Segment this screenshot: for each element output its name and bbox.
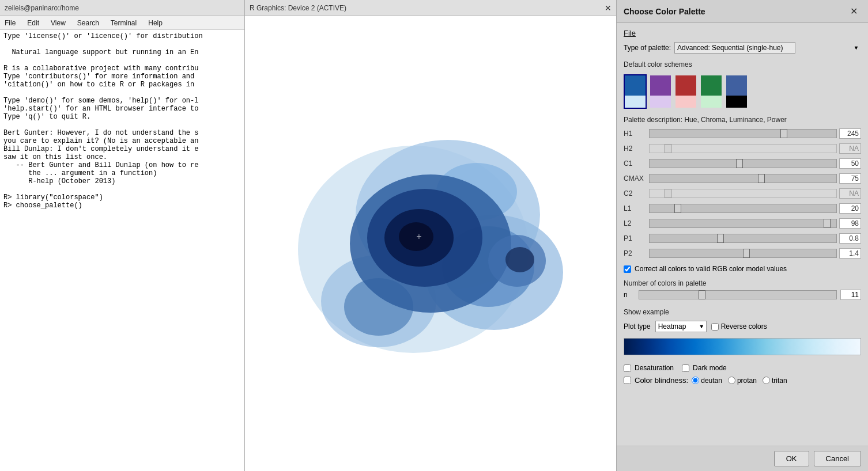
radio-deutan-input[interactable] — [692, 377, 699, 384]
color-blindness-radio-group: deutan protan tritan — [692, 377, 787, 385]
select-chevron-icon: ▼ — [854, 45, 859, 51]
slider-thumb-h1[interactable] — [780, 129, 787, 138]
slider-thumb-l1[interactable] — [674, 204, 681, 213]
terminal-content[interactable]: Type 'license()' or 'licence()' for dist… — [0, 30, 244, 471]
palette-close-button[interactable]: ✕ — [847, 5, 861, 18]
terminal-menubar: File Edit View Search Terminal Help — [0, 16, 244, 30]
slider-label-h2: H2 — [624, 145, 647, 153]
n-label: n — [624, 291, 635, 299]
correct-rgb-checkbox[interactable] — [624, 265, 631, 273]
plot-type-label: Plot type — [624, 322, 651, 331]
radio-protan: protan — [728, 377, 757, 385]
slider-thumb-c2 — [665, 189, 671, 198]
svg-point-14 — [505, 247, 534, 272]
graphics-content: + — [245, 16, 616, 471]
show-example-label: Show example — [624, 308, 861, 316]
slider-value-p2: 1.4 — [839, 248, 861, 259]
bottom-checks: Desaturation Dark mode Color blindness: … — [624, 362, 861, 385]
slider-value-c1: 50 — [839, 158, 861, 169]
slider-track-h1[interactable] — [649, 129, 837, 138]
graphics-close-button[interactable]: ✕ — [605, 3, 612, 13]
slider-value-l1: 20 — [839, 203, 861, 214]
palette-title: Choose Color Palette — [624, 7, 705, 16]
slider-row-c2: C2 NA — [624, 188, 861, 199]
menu-search[interactable]: Search — [75, 18, 101, 28]
slider-thumb-cmax[interactable] — [758, 174, 765, 183]
terminal-title: zeileis@paninaro:/home — [5, 4, 79, 12]
slider-label-l1: L1 — [624, 204, 647, 212]
menu-view[interactable]: View — [48, 18, 68, 28]
desaturation-checkbox[interactable] — [624, 364, 631, 372]
n-slider-thumb[interactable] — [699, 290, 705, 299]
slider-row-cmax: CMAX 75 — [624, 173, 861, 184]
slider-value-h2: NA — [839, 143, 861, 154]
swatch-green[interactable] — [700, 74, 723, 109]
slider-row-l1: L1 20 — [624, 203, 861, 214]
slider-row-h2: H2 NA — [624, 143, 861, 154]
slider-value-p1: 0.8 — [839, 233, 861, 244]
slider-label-h1: H1 — [624, 130, 647, 138]
menu-file[interactable]: File — [2, 18, 18, 28]
swatch-dark[interactable] — [725, 74, 748, 109]
file-menu-item[interactable]: File — [624, 28, 861, 39]
slider-thumb-p2[interactable] — [743, 249, 750, 258]
slider-track-p2[interactable] — [649, 249, 837, 258]
n-value-input[interactable] — [840, 290, 861, 300]
slider-value-cmax: 75 — [839, 173, 861, 184]
swatch-blue[interactable] — [624, 74, 647, 109]
palette-type-select[interactable]: Advanced: Sequential (single-hue) Advanc… — [674, 42, 795, 54]
slider-track-l1[interactable] — [649, 204, 837, 213]
correct-rgb-label: Correct all colors to valid RGB color mo… — [635, 265, 787, 273]
n-slider-row: n — [624, 290, 861, 300]
radio-tritan-label: tritan — [772, 377, 787, 385]
palette-content: File Type of palette: Advanced: Sequenti… — [617, 23, 868, 446]
reverse-colors-checkbox[interactable] — [711, 323, 719, 331]
swatch-purple[interactable] — [649, 74, 672, 109]
palette-panel: Choose Color Palette ✕ File Type of pale… — [617, 0, 868, 471]
reverse-colors-row: Reverse colors — [711, 322, 767, 331]
slider-track-l2[interactable] — [649, 219, 837, 228]
slider-row-p2: P2 1.4 — [624, 248, 861, 259]
radio-protan-input[interactable] — [728, 377, 735, 384]
menu-help[interactable]: Help — [146, 18, 165, 28]
slider-thumb-p1[interactable] — [717, 234, 724, 243]
graphics-titlebar: R Graphics: Device 2 (ACTIVE) ✕ — [245, 0, 616, 16]
slider-label-c1: C1 — [624, 159, 647, 168]
cancel-button[interactable]: Cancel — [814, 451, 861, 466]
n-slider-track[interactable] — [639, 290, 837, 299]
slider-thumb-l2[interactable] — [824, 219, 831, 228]
dark-mode-checkbox[interactable] — [682, 364, 689, 372]
ok-button[interactable]: OK — [774, 451, 809, 466]
slider-thumb-c1[interactable] — [736, 159, 743, 168]
radio-tritan-input[interactable] — [763, 377, 770, 384]
slider-track-c1[interactable] — [649, 159, 837, 168]
color-bar — [624, 338, 861, 355]
slider-track-cmax[interactable] — [649, 174, 837, 183]
radio-deutan: deutan — [692, 377, 722, 385]
slider-thumb-h2 — [665, 144, 671, 153]
graphics-title: R Graphics: Device 2 (ACTIVE) — [250, 4, 346, 12]
slider-row-h1: H1 245 — [624, 128, 861, 139]
slider-track-c2 — [649, 189, 837, 198]
menu-edit[interactable]: Edit — [25, 18, 41, 28]
n-colors-section: Number of colors in palette n — [624, 278, 861, 302]
plot-type-select-wrapper: Heatmap Bar Scatter Lines Pie Spine Matr… — [655, 321, 707, 332]
radio-deutan-label: deutan — [701, 377, 722, 385]
swatch-red[interactable] — [674, 74, 697, 109]
menu-terminal[interactable]: Terminal — [108, 18, 139, 28]
slider-value-c2: NA — [839, 188, 861, 199]
slider-label-cmax: CMAX — [624, 174, 647, 183]
slider-track-p1[interactable] — [649, 234, 837, 243]
slider-label-c2: C2 — [624, 189, 647, 197]
radio-tritan: tritan — [763, 377, 787, 385]
color-blindness-label: Color blindness: — [635, 376, 688, 385]
slider-label-p2: P2 — [624, 249, 647, 257]
slider-row-p1: P1 0.8 — [624, 233, 861, 244]
plot-type-select[interactable]: Heatmap Bar Scatter Lines Pie Spine Matr… — [655, 321, 707, 332]
color-blindness-checkbox[interactable] — [624, 377, 631, 384]
slider-row-c1: C1 50 — [624, 158, 861, 169]
n-colors-label: Number of colors in palette — [624, 279, 861, 287]
desaturation-label: Desaturation — [635, 364, 674, 372]
correct-rgb-row: Correct all colors to valid RGB color mo… — [624, 265, 861, 273]
palette-description: Palette description: Hue, Chroma, Lumina… — [624, 116, 861, 124]
